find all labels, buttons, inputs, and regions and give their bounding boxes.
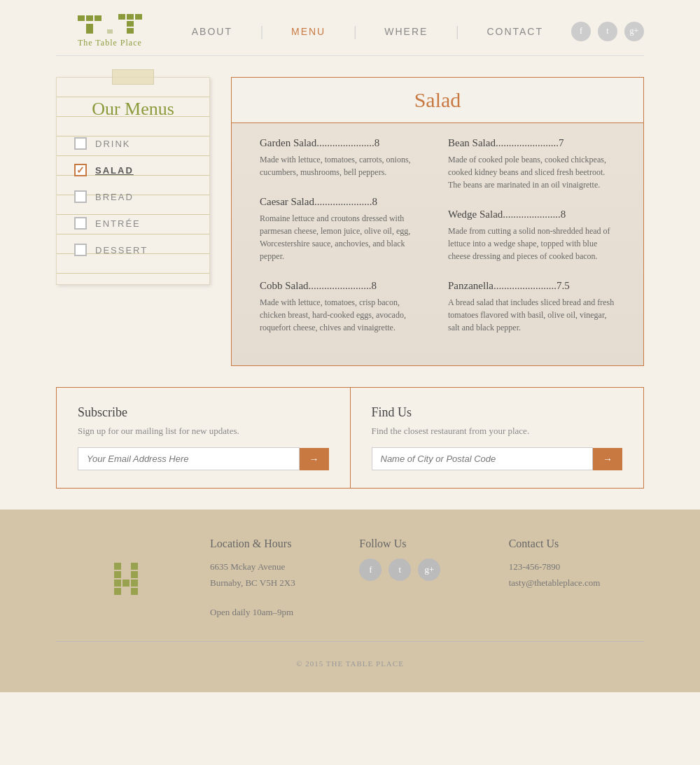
dish-panzanella-desc: A bread salad that includes sliced bread…: [448, 296, 615, 334]
facebook-icon[interactable]: f: [571, 22, 591, 41]
menu-item-bread[interactable]: BREAD: [67, 183, 199, 210]
menu-item-salad[interactable]: ✓ SALAD: [67, 157, 199, 183]
menu-col-right: Bean Salad........................7 Made…: [438, 137, 626, 351]
googleplus-icon[interactable]: g+: [624, 22, 644, 41]
bread-label: BREAD: [95, 192, 134, 202]
footer-social-icons: f t g+: [359, 559, 494, 581]
social-icons-header: f t g+: [571, 22, 644, 41]
footer-logo-icon: [114, 563, 138, 595]
bread-checkbox[interactable]: [74, 190, 87, 203]
entree-checkbox[interactable]: [74, 217, 87, 230]
menu-col-left: Garden Salad......................8 Made…: [249, 137, 438, 351]
subscribe-section: Subscribe Sign up for our mailing list f…: [56, 387, 644, 489]
footer-email: tasty@thetableplace.com: [509, 575, 644, 591]
drink-label: DRINK: [95, 139, 130, 149]
menu-item-dessert[interactable]: DESSERT: [67, 237, 199, 263]
location-input[interactable]: [372, 447, 594, 470]
dish-cobb-salad: Cobb Salad........................8 Made…: [260, 280, 427, 334]
menu-item-entree[interactable]: ENTRÉE: [67, 210, 199, 237]
nav-contact[interactable]: CONTACT: [458, 19, 571, 44]
twitter-icon[interactable]: t: [598, 22, 617, 41]
dish-panzanella: Panzanella........................7.5 A …: [448, 280, 615, 334]
footer-grid: Location & Hours 6635 Mckay Avenue Burna…: [56, 538, 644, 620]
footer-hours: Open daily 10am–9pm: [210, 604, 345, 620]
logo-area: The Table Place: [56, 14, 164, 48]
salad-label: SALAD: [95, 165, 134, 176]
menu-item-drink[interactable]: DRINK: [67, 130, 199, 157]
find-us-input-row: →: [372, 447, 623, 470]
nav-about[interactable]: ABOUT: [164, 19, 260, 44]
dish-panzanella-name: Panzanella........................7.5: [448, 280, 615, 292]
find-us-area: Find Us Find the closest restaurant from…: [351, 388, 644, 488]
footer-contact-title: Contact Us: [509, 538, 644, 550]
notepad: Our Menus DRINK ✓ SALAD BREAD ENTRÉE: [56, 77, 210, 285]
dish-wedge-name: Wedge Salad......................8: [448, 209, 615, 220]
dish-bean-salad: Bean Salad........................7 Made…: [448, 137, 615, 191]
find-us-desc: Find the closest restaurant from your pl…: [372, 426, 623, 437]
dish-cobb-name: Cobb Salad........................8: [260, 280, 427, 292]
header: The Table Place ABOUT | MENU | WHERE | C…: [0, 0, 700, 48]
dessert-checkbox[interactable]: [74, 244, 87, 256]
footer-contact: Contact Us 123-456-7890 tasty@thetablepl…: [509, 538, 644, 620]
dish-wedge-desc: Made from cutting a solid non-shredded h…: [448, 225, 615, 262]
dish-bean-desc: Made of cooked pole beans, cooked chickp…: [448, 153, 615, 191]
menu-panel: Salad Garden Salad......................…: [231, 77, 644, 366]
dish-garden-name: Garden Salad......................8: [260, 137, 427, 149]
footer-location: Location & Hours 6635 Mckay Avenue Burna…: [210, 538, 345, 620]
footer-location-title: Location & Hours: [210, 538, 345, 550]
logo-icon: [78, 14, 142, 34]
dessert-label: DESSERT: [95, 245, 148, 255]
notepad-title: Our Menus: [67, 99, 199, 120]
footer-facebook-icon[interactable]: f: [359, 559, 382, 581]
footer-googleplus-icon[interactable]: g+: [418, 559, 440, 581]
dish-garden-desc: Made with lettuce, tomatoes, carrots, on…: [260, 153, 427, 178]
footer-follow-title: Follow Us: [359, 538, 494, 550]
entree-label: ENTRÉE: [95, 218, 141, 229]
footer-address-line2: Burnaby, BC V5H 2X3: [210, 575, 345, 591]
find-us-title: Find Us: [372, 405, 623, 420]
salad-checkbox[interactable]: ✓: [74, 164, 87, 176]
menu-content: Salad Garden Salad......................…: [232, 78, 643, 365]
find-us-submit-button[interactable]: →: [593, 448, 622, 470]
nav-where[interactable]: WHERE: [356, 19, 456, 44]
nav-bar: ABOUT | MENU | WHERE | CONTACT: [164, 19, 571, 44]
dish-caesar-salad: Caesar Salad......................8 Roma…: [260, 196, 427, 262]
dish-caesar-desc: Romaine lettuce and croutons dressed wit…: [260, 212, 427, 262]
footer-address-line1: 6635 Mckay Avenue: [210, 559, 345, 575]
subscribe-submit-button[interactable]: →: [300, 448, 329, 470]
dish-garden-salad: Garden Salad......................8 Made…: [260, 137, 427, 178]
footer-phone: 123-456-7890: [509, 559, 644, 575]
tape: [112, 69, 154, 85]
subscribe-area: Subscribe Sign up for our mailing list f…: [57, 388, 351, 488]
footer-copyright: © 2015 THE TABLE PLACE: [56, 649, 644, 678]
subscribe-title: Subscribe: [78, 405, 329, 420]
menu-panel-header: Salad: [232, 78, 643, 123]
drink-checkbox[interactable]: [74, 137, 87, 150]
sidebar: Our Menus DRINK ✓ SALAD BREAD ENTRÉE: [56, 77, 210, 366]
nav-menu[interactable]: MENU: [263, 19, 354, 44]
logo-text: The Table Place: [78, 38, 142, 48]
checkmark-icon: ✓: [76, 164, 85, 176]
footer-follow: Follow Us f t g+: [359, 538, 494, 620]
email-input[interactable]: [78, 447, 300, 470]
dish-bean-name: Bean Salad........................7: [448, 137, 615, 149]
dish-wedge-salad: Wedge Salad......................8 Made …: [448, 209, 615, 262]
footer-logo: [56, 538, 196, 620]
menu-items-grid: Garden Salad......................8 Made…: [232, 123, 643, 365]
footer-divider: [56, 641, 644, 642]
dish-cobb-desc: Made with lettuce, tomatoes, crisp bacon…: [260, 296, 427, 334]
dish-caesar-name: Caesar Salad......................8: [260, 196, 427, 208]
footer: Location & Hours 6635 Mckay Avenue Burna…: [0, 510, 700, 692]
menu-panel-title: Salad: [414, 88, 461, 111]
subscribe-input-row: →: [78, 447, 329, 470]
footer-twitter-icon[interactable]: t: [388, 559, 411, 581]
subscribe-desc: Sign up for our mailing list for new upd…: [78, 426, 329, 437]
main-content: Our Menus DRINK ✓ SALAD BREAD ENTRÉE: [0, 56, 700, 387]
